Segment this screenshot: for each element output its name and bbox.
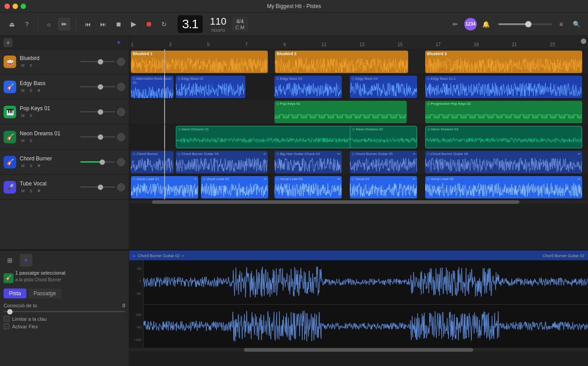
freeze-edgy-bass[interactable]: ❄ <box>36 87 42 94</box>
track-item-neon-dreams[interactable]: 🎸 Neon Dreams 01 M S <box>0 125 129 150</box>
fader-knob-edgy-bass[interactable] <box>98 84 103 90</box>
vol-knob-edgy-bass[interactable] <box>117 83 125 91</box>
fader-track-pop-keys[interactable] <box>80 111 115 112</box>
solo-edgy-bass[interactable]: S <box>28 87 34 94</box>
clip-bluebird-1[interactable]: Bluebird 1 <box>131 51 268 73</box>
fader-track-bluebird[interactable] <box>80 61 115 62</box>
freeze-tube-vocal[interactable]: ❄ <box>36 188 42 194</box>
pencil-tool-button[interactable]: ✏ <box>449 18 462 30</box>
clip-vocal-lead-03[interactable]: ◇ Vocal Lead 03 ∞ <box>274 176 342 198</box>
solo-tube-vocal[interactable]: S <box>28 188 34 194</box>
clip-edgy-bass-011[interactable]: ◇ Edgy Bass 01.1 <box>425 76 582 98</box>
bottom-arranger: 3 3.1.2 3.1.3 3.1.4 3.2 3.2.2 3.2.3 3.2.… <box>129 250 588 366</box>
record-button[interactable]: ⏺ <box>143 18 155 30</box>
pen-button[interactable]: ✏ <box>58 18 70 30</box>
search-button[interactable]: 🔍 <box>570 18 583 30</box>
mute-tube-vocal[interactable]: M <box>20 188 26 194</box>
solo-chord-burner[interactable]: S <box>28 163 34 169</box>
mute-neon-dreams[interactable]: M <box>20 138 26 144</box>
play-button[interactable]: ▶ <box>127 18 140 30</box>
clip-pop-keys-01[interactable]: ◇ Pop Keys 01 <box>274 101 407 123</box>
mute-bluebird[interactable]: M <box>20 62 26 69</box>
clip-edgy-bass-03[interactable]: ◇ Edgy Bass 03 <box>274 76 342 98</box>
track-item-chord-burner[interactable]: 🎸 Chord Burner M S ❄ <box>0 150 129 175</box>
volume-knob[interactable] <box>525 21 531 27</box>
minimize-button[interactable] <box>13 4 18 9</box>
fader-track-edgy-bass[interactable] <box>80 86 115 87</box>
clip-chord-burner[interactable]: ◇ Chord Burner <box>131 151 174 173</box>
bottom-panel: ⊞ ✦ 🎸 1 passatge seleccionat a la pista … <box>0 250 588 366</box>
solo-bluebird[interactable]: S <box>28 62 34 69</box>
fader-knob-chord-burner[interactable] <box>100 159 105 165</box>
mute-chord-burner[interactable]: M <box>20 163 26 169</box>
clip-bluebird-2[interactable]: Bluebird 2 <box>275 51 408 73</box>
vol-knob-chord-burner[interactable] <box>117 158 125 166</box>
clip-chord-burner-guitar-05[interactable]: ◇ Chord Burner Guitar 05 ∞ <box>350 151 417 173</box>
help-button[interactable]: ? <box>21 18 33 30</box>
clip-alt-rock-bass[interactable]: ◇ Alternative Rock Bass 01 <box>131 76 174 98</box>
clip-neon-dreams-03[interactable]: ◇ Neon Dreams 03 <box>425 126 582 148</box>
list-view-button[interactable]: ≡ <box>555 18 567 30</box>
library-button[interactable]: ⏏ <box>5 18 18 30</box>
tab-passatge-button[interactable]: Passatge <box>28 288 61 298</box>
add-track-button[interactable]: + <box>4 38 13 47</box>
fader-track-neon-dreams[interactable] <box>80 136 115 138</box>
fader-track-tube-vocal[interactable] <box>80 186 115 188</box>
fader-knob-tube-vocal[interactable] <box>98 185 103 190</box>
fader-knob-neon-dreams[interactable] <box>98 134 103 140</box>
clip-big-hair-guitar-04[interactable]: ◇ Big Hair Guitar Chunk 04 ∞ <box>274 151 342 173</box>
fader-knob-pop-keys[interactable] <box>98 109 103 115</box>
solo-pop-keys[interactable]: S <box>28 112 34 119</box>
metronome-button[interactable]: 🔔 <box>479 18 492 30</box>
cycle-button[interactable]: ↻ <box>158 18 170 30</box>
solo-neon-dreams[interactable]: S <box>28 138 34 144</box>
track-item-edgy-bass[interactable]: 🎸 Edgy Bass M S ❄ <box>0 74 129 99</box>
clip-prog-pop-keys-02[interactable]: ◇ Progressive Pop Keys 02 <box>425 101 582 123</box>
vol-knob-tube-vocal[interactable] <box>117 183 125 191</box>
close-button[interactable] <box>4 4 10 9</box>
track-item-bluebird[interactable]: 🥁 Bluebird M S <box>0 49 129 74</box>
clip-edgy-bass-02[interactable]: ◇ Edgy Bass 02 <box>176 76 245 98</box>
mute-pop-keys[interactable]: M <box>20 112 26 119</box>
playhead-pop-keys <box>164 99 165 124</box>
clip-vocal-lead-02[interactable]: ◇ Vocal Lead 02 ∞ <box>201 176 268 198</box>
vol-knob-bluebird[interactable] <box>117 58 125 66</box>
scrollbar-thumb[interactable] <box>152 200 519 204</box>
clip-label-chord-burner-guitar-03: ◇ Chord Burner Guitar 03 ∞ <box>176 151 268 157</box>
bottom-icon-1[interactable]: ⊞ <box>4 254 16 267</box>
timesig-display[interactable]: 4/4 C M <box>232 17 248 31</box>
clip-label-neon-dreams-02: ◇ Neon Dreams 02 <box>350 126 417 132</box>
freeze-chord-burner[interactable]: ❄ <box>36 163 42 169</box>
checkbox-flex[interactable] <box>4 323 9 329</box>
clip-bluebird-3[interactable]: Bluebird 3 <box>425 51 582 73</box>
clip-vocal-lead-05[interactable]: ◇ Vocal Lead 05 ∞ <box>425 176 582 198</box>
arranger-scrollbar[interactable] <box>129 200 588 203</box>
bottom-icon-2[interactable]: ✦ <box>20 254 32 267</box>
bottom-scrollbar[interactable] <box>129 348 588 351</box>
vol-knob-pop-keys[interactable] <box>117 108 125 116</box>
maximize-button[interactable] <box>21 4 26 9</box>
brightness-button[interactable]: ☼ <box>43 18 55 30</box>
bottom-scrollbar-thumb[interactable] <box>244 348 474 352</box>
smart-controls-button[interactable]: ✦ <box>113 36 125 49</box>
checkbox-key[interactable] <box>4 316 9 322</box>
fader-knob-bluebird[interactable] <box>98 59 103 65</box>
rewind-button[interactable]: ⏮ <box>82 18 94 30</box>
goto-start-button[interactable]: ⏹ <box>112 18 125 30</box>
vol-knob-neon-dreams[interactable] <box>117 133 125 141</box>
fader-track-chord-burner[interactable] <box>80 161 115 163</box>
clip-chord-burner-guitar-06[interactable]: ◇ Chord Burner Guitar 06 ∞ <box>425 151 582 173</box>
tab-pista-button[interactable]: Pista <box>4 288 26 298</box>
correction-slider-knob[interactable] <box>7 309 13 314</box>
clip-vocal-04[interactable]: ◇ Vocal 04 ∞ <box>350 176 417 198</box>
correction-slider[interactable] <box>4 311 125 312</box>
clip-edgy-bass-04[interactable]: ◇ Edgy Bass 04 <box>350 76 417 98</box>
mute-edgy-bass[interactable]: M <box>20 87 26 94</box>
user-badge[interactable]: 1234 <box>464 18 477 30</box>
transport-controls: ⏮ ⏭ ⏹ ▶ ⏺ ↻ <box>82 18 170 30</box>
fast-forward-button[interactable]: ⏭ <box>97 18 109 30</box>
clip-neon-dreams-02[interactable]: ◇ Neon Dreams 02 <box>350 126 417 148</box>
clip-chord-burner-guitar-03[interactable]: ◇ Chord Burner Guitar 03 ∞ <box>176 151 268 173</box>
track-item-pop-keys[interactable]: 🎹 Pop Keys 01 M S <box>0 99 129 125</box>
track-item-tube-vocal[interactable]: 🎤 Tube Vocal M S ❄ <box>0 175 129 200</box>
